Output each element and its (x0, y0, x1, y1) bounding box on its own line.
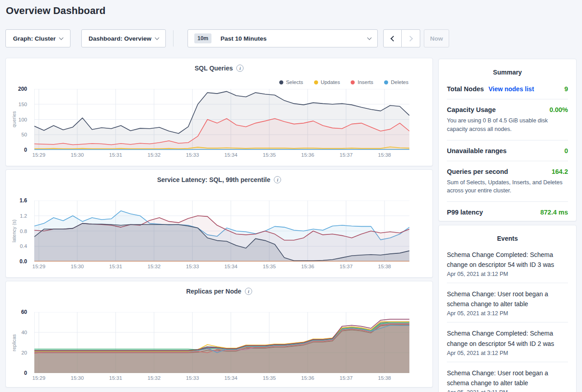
time-range-label: Past 10 Minutes (221, 35, 267, 42)
x-tick-label: 15:34 (225, 264, 238, 269)
legend-item-selects[interactable]: Selects (279, 79, 303, 85)
y-axis-ticks: 1.61.20.80.40.0 (6, 201, 31, 261)
y-tick-label: 200 (18, 86, 27, 92)
summary-label: Unavailable ranges (447, 147, 507, 154)
legend-dot-icon (351, 80, 355, 84)
event-text: Schema Change Completed: Schema change o… (447, 328, 568, 348)
chevron-left-icon (390, 36, 396, 42)
x-tick-label: 15:32 (148, 375, 161, 381)
chart-plot[interactable] (34, 89, 409, 150)
legend-item-deletes[interactable]: Deletes (384, 79, 408, 85)
info-icon[interactable]: i (274, 176, 281, 183)
summary-label: Capacity Usage (447, 106, 496, 113)
event-item[interactable]: Schema Change: User root began a schema … (447, 283, 568, 322)
summary-title: Summary (439, 59, 576, 76)
chevron-down-icon (367, 35, 372, 40)
x-axis-ticks: 15:2915:3015:3115:3215:3315:3415:3515:36… (34, 375, 409, 383)
x-tick-label: 15:32 (148, 264, 161, 269)
time-next-button[interactable] (402, 29, 420, 47)
y-tick-label: 60 (21, 309, 27, 315)
x-tick-label: 15:31 (109, 375, 122, 381)
x-tick-label: 15:36 (301, 375, 314, 381)
time-nav-group (383, 29, 420, 47)
summary-label: Queries per second (447, 168, 508, 175)
x-tick-label: 15:34 (225, 152, 238, 158)
dashboard-selector-label: Dashboard: Overview (89, 35, 151, 42)
y-tick-label: 0 (24, 370, 27, 376)
series-line-deletes (34, 149, 409, 150)
chart-title: Service Latency: SQL, 99th percentile (157, 176, 271, 183)
x-tick-label: 15:30 (71, 375, 84, 381)
y-tick-label: 1.6 (19, 197, 27, 204)
x-tick-label: 15:35 (263, 375, 276, 381)
y-axis-ticks: 6040200 (6, 312, 31, 373)
chart-card-sql-queries: SQL Queries i SelectsUpdatesInsertsDelet… (5, 58, 433, 166)
event-item[interactable]: Schema Change: User root began a schema … (447, 362, 568, 392)
y-tick-label: 100 (19, 117, 27, 122)
chevron-down-icon (59, 35, 64, 40)
time-prev-button[interactable] (383, 29, 402, 47)
graph-selector-label: Graph: Cluster (13, 35, 56, 42)
y-tick-label: 0.4 (20, 243, 27, 249)
x-tick-label: 15:36 (301, 264, 314, 269)
summary-label: Total Nodes (447, 85, 484, 93)
y-tick-label: 0 (24, 147, 27, 153)
toolbar-divider (173, 30, 174, 47)
x-axis-ticks: 15:2915:3015:3115:3215:3315:3415:3515:36… (34, 152, 409, 159)
x-axis-ticks: 15:2915:3015:3115:3215:3315:3415:3515:36… (34, 264, 409, 271)
chevron-right-icon (407, 36, 413, 42)
legend-item-inserts[interactable]: Inserts (351, 79, 373, 85)
view-nodes-list-link[interactable]: View nodes list (488, 85, 534, 93)
legend-label: Inserts (357, 79, 373, 85)
x-tick-label: 15:33 (186, 152, 199, 158)
x-tick-label: 15:37 (340, 152, 353, 158)
x-tick-label: 15:29 (33, 264, 46, 269)
x-tick-label: 15:35 (263, 264, 276, 269)
time-range-picker[interactable]: 10m Past 10 Minutes (188, 29, 378, 47)
y-tick-label: 0.0 (19, 258, 27, 265)
legend-label: Deletes (391, 79, 408, 85)
x-tick-label: 15:33 (186, 264, 199, 269)
info-icon[interactable]: i (245, 288, 252, 295)
event-item[interactable]: Schema Change Completed: Schema change o… (447, 244, 568, 283)
series-area-node-purple (34, 319, 409, 373)
info-icon[interactable]: i (236, 65, 244, 72)
x-tick-label: 15:31 (109, 152, 122, 158)
x-tick-label: 15:31 (109, 264, 122, 269)
legend-dot-icon (384, 80, 388, 84)
x-tick-label: 15:29 (33, 152, 46, 158)
summary-row-queries-per-second: Queries per second 164.2 Sum of Selects,… (447, 161, 568, 202)
event-timestamp: Apr 05, 2021 at 3:12 PM (447, 271, 568, 277)
x-tick-label: 15:30 (71, 264, 84, 269)
dashboard-selector-dropdown[interactable]: Dashboard: Overview (81, 29, 166, 47)
y-tick-label: 20 (21, 350, 27, 355)
x-tick-label: 15:35 (263, 152, 276, 158)
x-tick-label: 15:37 (340, 264, 353, 269)
summary-row-p99-latency: P99 latency 872.4 ms (447, 202, 568, 222)
x-tick-label: 15:38 (378, 152, 391, 158)
time-range-badge: 10m (194, 33, 211, 43)
page-title: Overview Dashboard (6, 5, 106, 17)
y-tick-label: 1.2 (20, 213, 27, 219)
chart-title: SQL Queries (195, 65, 233, 72)
graph-selector-dropdown[interactable]: Graph: Cluster (5, 29, 70, 47)
summary-description: You are using 0 B of 4.5 GiB usable disk… (447, 117, 568, 134)
x-tick-label: 15:32 (148, 152, 161, 158)
summary-value: 0.00% (549, 106, 568, 113)
event-item[interactable]: Schema Change Completed: Schema change o… (447, 322, 568, 362)
legend-label: Selects (286, 79, 303, 85)
legend-item-updates[interactable]: Updates (314, 79, 340, 85)
summary-value: 164.2 (552, 168, 568, 175)
now-button[interactable]: Now (424, 29, 449, 47)
x-tick-label: 15:38 (378, 375, 391, 381)
event-timestamp: Apr 05, 2021 at 3:11 PM (447, 389, 568, 392)
event-text: Schema Change: User root began a schema … (447, 289, 568, 309)
x-tick-label: 15:34 (225, 375, 238, 381)
legend-label: Updates (321, 79, 340, 85)
events-title: Events (439, 225, 576, 242)
chart-plot[interactable] (34, 312, 409, 373)
chart-legend: SelectsUpdatesInsertsDeletes (279, 79, 408, 85)
chart-plot[interactable] (34, 201, 409, 261)
summary-value: 0 (564, 147, 568, 154)
chevron-down-icon (155, 35, 159, 40)
